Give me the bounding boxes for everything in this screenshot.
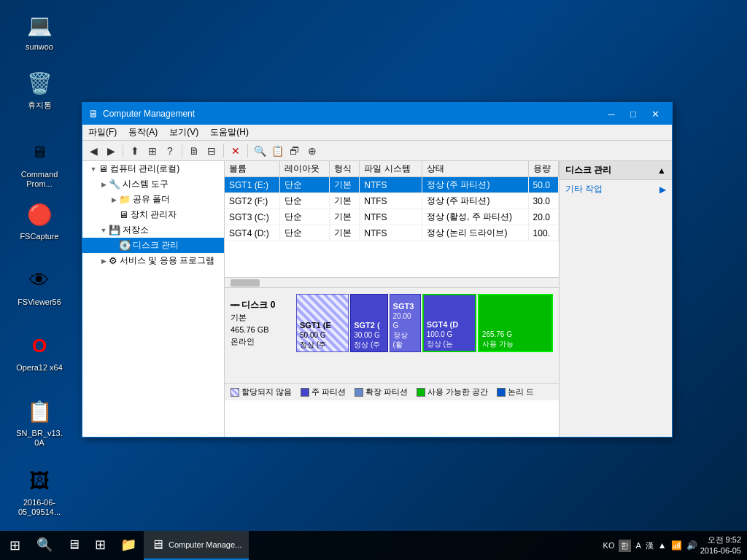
help-button[interactable]: ? — [162, 143, 178, 159]
expander-systemtools[interactable]: ▶ — [98, 179, 109, 190]
table-row[interactable]: SGT3 (C:) 단순 기본 NTFS 정상 (활성, 주 파티션) 20.0 — [225, 209, 559, 225]
taskbar-item-explorer[interactable]: 📁 — [113, 531, 144, 560]
delete-button[interactable]: ✕ — [228, 143, 244, 159]
show-hide-button[interactable]: ⊞ — [144, 143, 160, 159]
cell-layout: 단순 — [279, 225, 329, 241]
action-item-other[interactable]: 기타 작업 ▶ — [560, 180, 672, 198]
taskbar-item-compmgmt[interactable]: 🖥 Computer Manage... — [144, 531, 249, 560]
disk-size: 465.76 GB — [231, 324, 292, 336]
up-button[interactable]: ⬆ — [127, 143, 143, 159]
new-window-button[interactable]: 🗗 — [287, 143, 303, 159]
forward-button[interactable]: ▶ — [103, 143, 119, 159]
col-fs[interactable]: 파일 시스템 — [360, 161, 422, 177]
taskbar-clock[interactable]: 오전 9:52 2016-06-05 — [700, 534, 741, 557]
legend-box-primary — [301, 388, 309, 397]
back-button[interactable]: ◀ — [85, 143, 101, 159]
desktop-icon-cmdprompt[interactable]: 🖥 Command Prom... — [13, 135, 66, 192]
expander-diskmgmt — [109, 241, 119, 251]
minimize-button[interactable]: ─ — [600, 103, 622, 125]
table-row[interactable]: SGT2 (F:) 단순 기본 NTFS 정상 (주 파티션) 30.0 — [225, 193, 559, 209]
explorer-taskbar-icon: 📁 — [120, 537, 136, 553]
cell-type: 기본 — [329, 177, 359, 193]
action-menu[interactable]: 동작(A) — [123, 125, 163, 140]
properties-button[interactable]: 📋 — [269, 143, 285, 159]
expander-storage[interactable]: ▼ — [98, 225, 109, 236]
partition-sgt3[interactable]: SGT3 20.00 G 정상 (활 — [390, 294, 421, 352]
tree-item-services[interactable]: ▶ ⚙ 서비스 및 응용 프로그램 — [82, 253, 224, 268]
disk-legend: 할당되지 않음 주 파티션 확장 파티션 사용 가능한 공간 — [225, 383, 559, 400]
maximize-button[interactable]: □ — [622, 103, 644, 125]
view-menu[interactable]: 보기(V) — [163, 125, 204, 140]
legend-free: 사용 가능한 공간 — [417, 386, 488, 397]
wifi-icon: 📶 — [671, 540, 682, 551]
action-header-expand[interactable]: ▲ — [657, 166, 666, 176]
tree-item-systemtools[interactable]: ▶ 🔧 시스템 도구 — [82, 176, 224, 192]
opera-icon: O — [25, 331, 54, 360]
action-item-label: 기타 작업 — [565, 183, 603, 195]
disk-status: 온라인 — [231, 335, 292, 348]
partition-free[interactable]: 265.76 G 사용 가능 — [478, 294, 553, 352]
desktop-icon-fscapture[interactable]: 🔴 FSCapture — [13, 197, 66, 244]
lang-indicator[interactable]: KO — [603, 541, 615, 550]
desktop: 💻 sunwoo 🗑️ 휴지통 🖥 Command Prom... 🔴 FSCa… — [0, 0, 747, 560]
taskbar-item-cmdprompt[interactable]: 🖥 — [60, 531, 88, 560]
menubar: 파일(F) 동작(A) 보기(V) 도움말(H) — [82, 125, 672, 141]
expander-shared[interactable]: ▶ — [109, 195, 119, 205]
partition-sgt1[interactable]: SGT1 (E 50.00 G 정상 (주 — [296, 294, 349, 352]
tree-item-storage[interactable]: ▼ 💾 저장소 — [82, 222, 224, 238]
col-layout[interactable]: 레이아웃 — [279, 161, 329, 177]
cell-layout: 단순 — [279, 177, 329, 193]
ime-han[interactable]: 한 — [619, 540, 631, 552]
expander-compmgmt[interactable]: ▼ — [88, 164, 98, 174]
expand-button[interactable]: ⊕ — [304, 143, 320, 159]
disk-row-0: ━━ 디스크 0 기본 465.76 GB 온라인 SGT1 (E 50.00 — [231, 294, 553, 352]
partition-sgt4[interactable]: SGT4 (D 100.0 G 정상 (논 — [422, 294, 476, 352]
taskbar: ⊞ 🔍 🖥 ⊞ 📁 🖥 Computer Manage... KO 한 — [0, 531, 747, 560]
tree-item-diskmgmt[interactable]: 💽 디스크 관리 — [82, 238, 224, 253]
disk-list-view[interactable]: 볼륨 레이아웃 형식 파일 시스템 상태 용량 SGT1 (E:) — [225, 161, 559, 278]
col-type[interactable]: 형식 — [329, 161, 359, 177]
cell-volume: SGT2 (F:) — [225, 193, 279, 209]
desktop-icon-opera[interactable]: O Opera12 x64 — [13, 328, 66, 376]
icon-label-fscapture: FSCapture — [20, 232, 58, 241]
cell-volume: SGT4 (D:) — [225, 225, 279, 241]
col-size[interactable]: 용량 — [528, 161, 558, 177]
disk-map[interactable]: ━━ 디스크 0 기본 465.76 GB 온라인 SGT1 (E 50.00 — [225, 288, 559, 383]
partition-sgt2[interactable]: SGT2 ( 30.00 G 정상 (주 — [350, 294, 387, 352]
file-menu[interactable]: 파일(F) — [82, 125, 123, 140]
desktop-icon-hyuji[interactable]: 🗑️ 휴지통 — [13, 66, 66, 113]
systemtools-label: 시스템 도구 — [123, 178, 169, 190]
filter-button[interactable]: 🔍 — [252, 143, 268, 159]
col-status[interactable]: 상태 — [422, 161, 528, 177]
cell-status: 정상 (주 파티션) — [422, 193, 528, 209]
expander-services[interactable]: ▶ — [98, 256, 109, 266]
icon-label-snbr: SN_BR_v13.0A — [16, 429, 63, 448]
desktop-icon-snbr[interactable]: 📋 SN_BR_v13.0A — [13, 394, 66, 451]
volume-icon[interactable]: 🔊 — [686, 540, 697, 551]
tree-item-compmgmt[interactable]: ▼ 🖥 컴퓨터 관리(로컬) — [82, 161, 224, 176]
cell-fs: NTFS — [360, 177, 422, 193]
tree-item-devmgmt[interactable]: 🖥 장치 관리자 — [82, 207, 224, 222]
taskbar-item-apps[interactable]: ⊞ — [88, 531, 113, 560]
col-volume[interactable]: 볼륨 — [225, 161, 279, 177]
ime-latin[interactable]: A — [635, 541, 640, 550]
help-menu[interactable]: 도움말(H) — [204, 125, 255, 140]
desktop-icon-sunwoo[interactable]: 💻 sunwoo — [13, 7, 66, 55]
ime-hanja[interactable]: 漢 — [646, 540, 654, 551]
desktop-icon-screenshot[interactable]: 🖼 2016-06-05_09514... — [13, 463, 66, 520]
cell-status: 정상 (논리 드라이브) — [422, 225, 528, 241]
table-row[interactable]: SGT4 (D:) 단순 기본 NTFS 정상 (논리 드라이브) 100. — [225, 225, 559, 241]
disk-type: 기본 — [231, 311, 292, 324]
fscapture-icon: 🔴 — [25, 200, 54, 229]
table-row[interactable]: SGT1 (E:) 단순 기본 NTFS 정상 (주 파티션) 50.0 — [225, 177, 559, 193]
desktop-icon-fsviewer[interactable]: 👁 FSViewer56 — [13, 262, 66, 310]
toggle-button[interactable]: ⊟ — [204, 143, 220, 159]
close-button[interactable]: ✕ — [644, 103, 666, 125]
export-button[interactable]: 🗎 — [186, 143, 202, 159]
cmd-taskbar-icon: 🖥 — [67, 537, 80, 553]
tree-item-shared[interactable]: ▶ 📁 공유 폴더 — [82, 192, 224, 207]
taskbar-item-search[interactable]: 🔍 — [29, 531, 60, 560]
taskbar-item-compmgmt-label: Computer Manage... — [169, 540, 241, 549]
list-scrollbar[interactable] — [225, 278, 559, 288]
start-button[interactable]: ⊞ — [0, 531, 29, 560]
